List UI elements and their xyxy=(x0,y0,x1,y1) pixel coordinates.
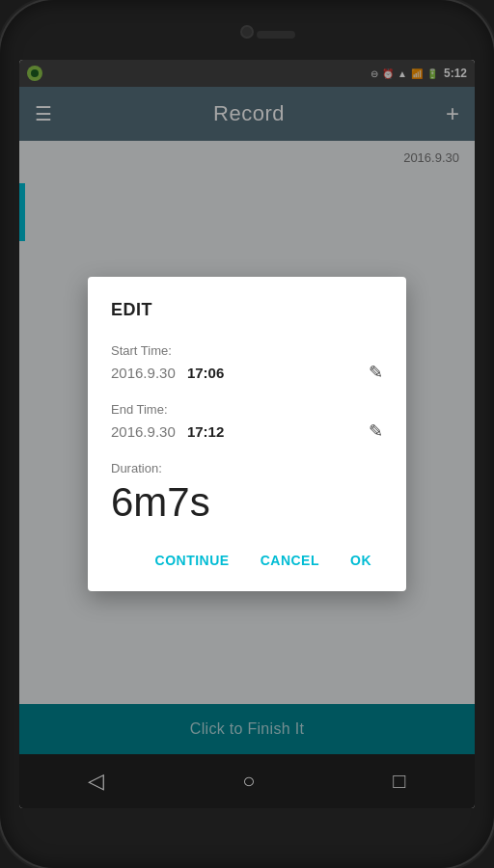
edit-dialog: EDIT Start Time: 2016.9.30 17:06 ✎ xyxy=(88,277,406,591)
start-time-edit-icon[interactable]: ✎ xyxy=(369,362,383,383)
end-time-edit-icon[interactable]: ✎ xyxy=(369,420,383,442)
end-time-value: 2016.9.30 17:12 xyxy=(111,423,224,440)
dialog-backdrop: EDIT Start Time: 2016.9.30 17:06 ✎ xyxy=(19,60,475,808)
dialog-title: EDIT xyxy=(111,300,383,320)
dialog-actions: CONTINUE CANCEL OK xyxy=(111,545,383,583)
end-time-group: End Time: 2016.9.30 17:12 ✎ xyxy=(111,402,383,442)
phone-frame: ⊖ ⏰ ▲ 📶 🔋 5:12 ☰ Record + 2016.9.30 xyxy=(0,0,494,868)
end-time: 17:12 xyxy=(187,423,224,440)
end-time-row: 2016.9.30 17:12 ✎ xyxy=(111,420,383,442)
duration-value: 6m7s xyxy=(111,479,383,526)
start-time-value: 2016.9.30 17:06 xyxy=(111,365,224,381)
start-time-group: Start Time: 2016.9.30 17:06 ✎ xyxy=(111,343,383,383)
start-time: 17:06 xyxy=(187,365,224,381)
ok-button[interactable]: OK xyxy=(339,545,383,576)
content-wrapper: ⊖ ⏰ ▲ 📶 🔋 5:12 ☰ Record + 2016.9.30 xyxy=(19,60,475,808)
duration-label: Duration: xyxy=(111,461,383,475)
phone-screen: ⊖ ⏰ ▲ 📶 🔋 5:12 ☰ Record + 2016.9.30 xyxy=(19,60,475,808)
cancel-button[interactable]: CANCEL xyxy=(249,545,331,576)
phone-camera xyxy=(240,25,254,39)
continue-button[interactable]: CONTINUE xyxy=(144,545,241,576)
duration-group: Duration: 6m7s xyxy=(111,461,383,526)
start-time-label: Start Time: xyxy=(111,343,383,358)
end-date: 2016.9.30 xyxy=(111,423,176,440)
start-time-row: 2016.9.30 17:06 ✎ xyxy=(111,362,383,383)
end-time-label: End Time: xyxy=(111,402,383,417)
phone-speaker xyxy=(257,31,295,39)
start-date: 2016.9.30 xyxy=(111,365,176,381)
